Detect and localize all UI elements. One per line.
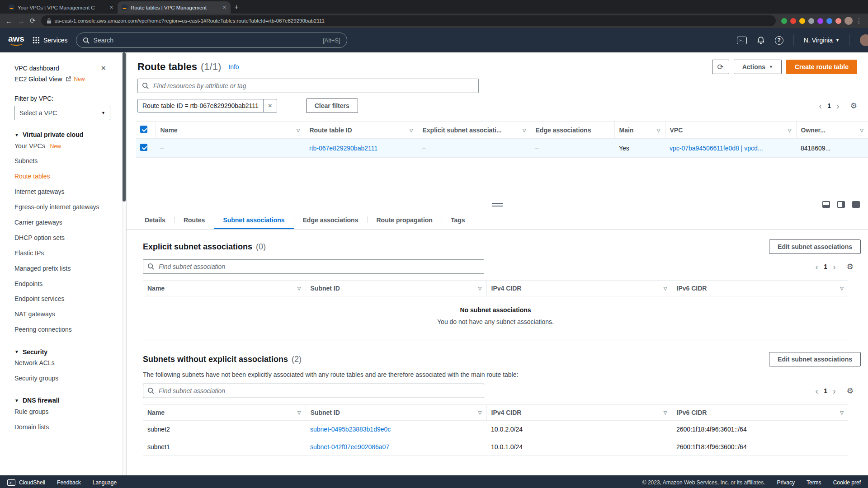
terms-link[interactable]: Terms [807,479,821,486]
edit-subnet-associations-button[interactable]: Edit subnet associations [769,352,861,366]
extension-icon[interactable] [808,18,814,24]
column-header-edge-associations[interactable]: Edge associations [531,122,614,139]
privacy-link[interactable]: Privacy [777,479,795,486]
sidebar-item-rule-groups[interactable]: Rule groups [14,404,126,419]
sidebar-section-security[interactable]: ▼ Security [14,348,126,356]
sidebar-item-peering-connections[interactable]: Peering connections [14,322,126,338]
sidebar-item-ec2-global-view[interactable]: EC2 Global View [14,75,62,83]
sidebar-item-internet-gateways[interactable]: Internet gateways [14,184,126,200]
back-icon[interactable]: ← [5,17,12,25]
sidebar-item-route-tables[interactable]: Route tables [14,169,126,184]
sidebar-section-dns-firewall[interactable]: ▼ DNS firewall [14,397,126,404]
next-page-icon[interactable]: › [836,101,840,110]
notifications-bell-icon[interactable] [757,36,765,44]
console-search-input[interactable] [94,37,319,44]
preferences-gear-icon[interactable]: ⚙ [847,386,854,396]
previous-page-icon[interactable]: ‹ [816,386,819,395]
column-header-ipv6-cidr[interactable]: IPv6 CIDR▽ [672,405,848,421]
extension-icon[interactable] [817,18,823,24]
column-header-route-table-id[interactable]: Route table ID▽ [305,122,418,139]
close-sidebar-icon[interactable]: ✕ [100,64,106,72]
sidebar-item-your-vpcs[interactable]: Your VPCs New [14,138,126,154]
page-number[interactable]: 1 [823,263,828,270]
tab-routes[interactable]: Routes [175,211,214,229]
browser-profile-avatar[interactable] [844,17,853,25]
browser-tab-route-tables[interactable]: Route tables | VPC Management ✕ [118,1,231,14]
page-number[interactable]: 1 [826,102,832,109]
clear-filters-button[interactable]: Clear filters [306,99,358,113]
remove-filter-icon[interactable]: ✕ [263,99,277,112]
column-header-subnet-id[interactable]: Subnet ID▽ [306,405,486,421]
layout-side-panel-icon[interactable] [837,201,845,208]
column-header-explicit-subnet-associations[interactable]: Explicit subnet associati...▽ [418,122,531,139]
feedback-link[interactable]: Feedback [57,479,81,486]
column-header-name[interactable]: Name▽ [156,122,305,139]
column-header-main[interactable]: Main▽ [614,122,665,139]
tab-close-icon[interactable]: ✕ [222,5,226,10]
column-header-name[interactable]: Name▽ [143,281,306,296]
extension-icon[interactable] [799,18,805,24]
subnet-id-link[interactable]: subnet-042f07ee902086a07 [310,443,389,450]
sidebar-item-security-groups[interactable]: Security groups [14,371,126,386]
column-header-owner[interactable]: Owner...▽ [796,122,868,139]
column-header-ipv4-cidr[interactable]: IPv4 CIDR▽ [486,281,672,296]
address-bar[interactable]: us-east-1.console.aws.amazon.com/vpc/hom… [41,15,776,26]
sidebar-item-vpc-dashboard[interactable]: VPC dashboard [14,65,59,72]
create-route-table-button[interactable]: Create route table [786,60,857,74]
tab-details[interactable]: Details [136,211,175,229]
select-all-checkbox[interactable] [140,126,147,133]
vpc-link[interactable]: vpc-07ba94506611fe0d8 | vpcd... [670,145,763,152]
sidebar-scrollbar[interactable] [122,52,126,475]
tab-subnet-associations[interactable]: Subnet associations [214,211,293,229]
subnet-id-link[interactable]: subnet-0495b23883b1d9e0c [310,426,391,433]
edit-subnet-associations-button[interactable]: Edit subnet associations [769,239,861,254]
cloudshell-icon[interactable]: >_ [737,37,747,44]
split-panel-drag-handle[interactable] [492,203,503,206]
table-row[interactable]: subnet2 subnet-0495b23883b1d9e0c 10.0.2.… [143,421,848,438]
extension-icon[interactable] [835,18,841,24]
preferences-gear-icon[interactable]: ⚙ [850,101,857,111]
tab-route-propagation[interactable]: Route propagation [367,211,441,229]
extension-icon[interactable] [826,18,832,24]
next-page-icon[interactable]: › [833,386,836,395]
reload-icon[interactable]: ⟳ [30,17,36,25]
sidebar-item-domain-lists[interactable]: Domain lists [14,419,126,435]
tab-close-icon[interactable]: ✕ [109,5,113,10]
console-search[interactable]: [Alt+S] [76,33,347,48]
refresh-button[interactable]: ⟳ [712,60,729,74]
next-page-icon[interactable]: › [833,262,836,271]
column-header-name[interactable]: Name▽ [143,405,306,421]
sidebar-item-egress-only-internet-gateways[interactable]: Egress-only internet gateways [14,200,126,215]
region-selector[interactable]: N. Virginia ▼ [804,37,840,44]
subnet-association-search-input[interactable] [143,384,484,398]
route-table-id-link[interactable]: rtb-067e829290bab2111 [309,145,377,152]
resource-search-input[interactable] [137,79,479,93]
new-tab-button[interactable]: + [234,3,239,12]
layout-fullscreen-icon[interactable] [852,201,860,208]
row-checkbox[interactable] [140,144,147,151]
previous-page-icon[interactable]: ‹ [816,262,819,271]
sidebar-item-subnets[interactable]: Subnets [14,154,126,169]
language-link[interactable]: Language [93,479,117,486]
account-menu[interactable] [860,34,868,46]
column-header-ipv4-cidr[interactable]: IPv4 CIDR▽ [486,405,672,421]
sidebar-item-dhcp-option-sets[interactable]: DHCP option sets [14,230,126,245]
vpc-select-dropdown[interactable]: Select a VPC ▼ [14,106,110,120]
extension-icon[interactable] [781,18,787,24]
layout-bottom-panel-icon[interactable] [822,201,830,208]
sidebar-item-carrier-gateways[interactable]: Carrier gateways [14,215,126,230]
sidebar-scrollbar-thumb[interactable] [123,52,126,202]
cookie-preferences-link[interactable]: Cookie pref [833,479,861,486]
table-row[interactable]: subnet1 subnet-042f07ee902086a07 10.0.1.… [143,438,848,456]
browser-tab-your-vpcs[interactable]: Your VPCs | VPC Management C ✕ [5,1,118,14]
aws-logo[interactable]: aws [8,35,24,46]
sidebar-item-managed-prefix-lists[interactable]: Managed prefix lists [14,261,126,276]
column-header-subnet-id[interactable]: Subnet ID▽ [306,281,486,296]
cloudshell-footer-button[interactable]: >_ CloudShell [7,479,45,486]
subnet-association-search-input[interactable] [143,259,484,274]
sidebar-item-endpoint-services[interactable]: Endpoint services [14,291,126,307]
actions-dropdown-button[interactable]: Actions ▼ [734,60,782,74]
extension-icon[interactable] [790,18,796,24]
help-icon[interactable]: ? [775,36,783,45]
info-link[interactable]: Info [228,63,239,70]
